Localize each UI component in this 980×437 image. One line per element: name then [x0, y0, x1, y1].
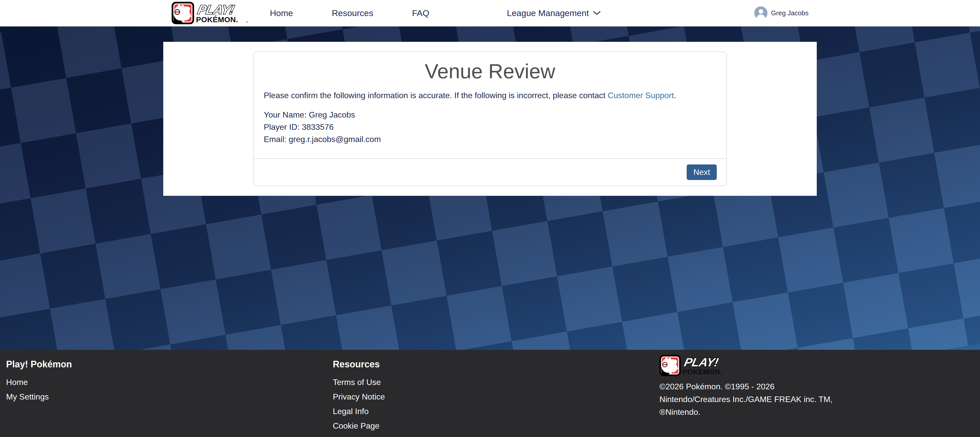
footer-column-play-pokemon: Play! Pokémon HomeMy Settings [0, 355, 327, 437]
footer-list-item: Cookie Page [333, 421, 648, 431]
confirm-text-suffix: . [674, 91, 676, 100]
footer-list-item: Privacy Notice [333, 392, 648, 402]
player-info-line: Player ID: 3833576 [264, 121, 716, 133]
player-info-line: Your Name: Greg Jacobs [264, 109, 716, 121]
player-info: Your Name: Greg JacobsPlayer ID: 3833576… [264, 109, 716, 145]
user-name: Greg Jacobs [771, 9, 808, 17]
brand-pokemon-text: POKÉMON. [196, 15, 238, 24]
footer-link[interactable]: Cookie Page [333, 421, 380, 431]
confirm-text: Please confirm the following information… [264, 90, 716, 101]
footer-link[interactable]: Privacy Notice [333, 392, 385, 401]
brand-logo-link[interactable]: PLAY! POKÉMON. ™ [172, 2, 250, 24]
main-background: Venue Review Please confirm the followin… [0, 27, 980, 350]
copyright-line: ©2026 Pokémon. ©1995 - 2026 [659, 380, 843, 393]
svg-text:™: ™ [730, 373, 732, 375]
nav-link[interactable]: FAQ [412, 8, 429, 18]
brand-tm-text: ™ [246, 21, 248, 24]
copyright-line: Nintendo/Creatures Inc./GAME FREAK inc. … [659, 393, 843, 406]
top-navbar: PLAY! POKÉMON. ™ HomeResourcesFAQ League… [0, 0, 980, 27]
footer-link[interactable]: My Settings [6, 392, 49, 401]
user-menu[interactable]: Greg Jacobs [754, 6, 808, 20]
nav-link[interactable]: Resources [332, 8, 374, 18]
confirm-text-prefix: Please confirm the following information… [264, 91, 608, 100]
page-title: Venue Review [264, 59, 716, 84]
footer-column-resources: Resources Terms of UsePrivacy NoticeLega… [327, 355, 654, 437]
svg-text:PLAY!: PLAY! [683, 356, 720, 369]
user-avatar-icon [754, 6, 767, 20]
footer-list-item: Contact Support [333, 435, 648, 437]
brand-play-text: PLAY! [196, 2, 235, 17]
chevron-down-icon [593, 10, 601, 16]
footer-list-item: Terms of Use [333, 377, 648, 387]
next-button[interactable]: Next [687, 164, 717, 180]
play-pokemon-logo-icon: PLAY! POKÉMON. ™ [659, 355, 733, 376]
footer-list-item: Legal Info [333, 407, 648, 416]
footer-link[interactable]: Terms of Use [333, 378, 381, 387]
nav-link[interactable]: Home [270, 8, 293, 18]
copyright-text: ©2026 Pokémon. ©1995 - 2026Nintendo/Crea… [659, 380, 843, 418]
footer-column-heading: Resources [333, 359, 648, 370]
copyright-line: ®Nintendo. [659, 406, 843, 418]
nav-dropdown-label: League Management [507, 8, 589, 18]
content-card: Venue Review Please confirm the followin… [163, 42, 817, 196]
footer-link[interactable]: Contact Support [333, 436, 392, 437]
customer-support-link[interactable]: Customer Support [608, 91, 674, 100]
nav-dropdown-league-management[interactable]: League Management [507, 8, 600, 18]
footer-list-item: Home [6, 377, 321, 387]
player-info-line: Email: greg.r.jacobs@gmail.com [264, 133, 716, 145]
venue-review-panel: Venue Review Please confirm the followin… [253, 51, 727, 186]
footer-link[interactable]: Legal Info [333, 407, 369, 416]
panel-footer: Next [253, 158, 727, 186]
footer-column-brand: PLAY! POKÉMON. ™ ©2026 Pokémon. ©1995 - … [653, 355, 980, 437]
play-pokemon-logo-icon: PLAY! POKÉMON. ™ [172, 2, 250, 24]
footer-link[interactable]: Home [6, 378, 28, 387]
footer-column-heading: Play! Pokémon [6, 359, 321, 370]
page-footer: Play! Pokémon HomeMy Settings Resources … [0, 350, 980, 437]
footer-list-item: My Settings [6, 392, 321, 402]
primary-nav: HomeResourcesFAQ League Management [270, 8, 601, 18]
svg-text:POKÉMON.: POKÉMON. [682, 368, 722, 376]
